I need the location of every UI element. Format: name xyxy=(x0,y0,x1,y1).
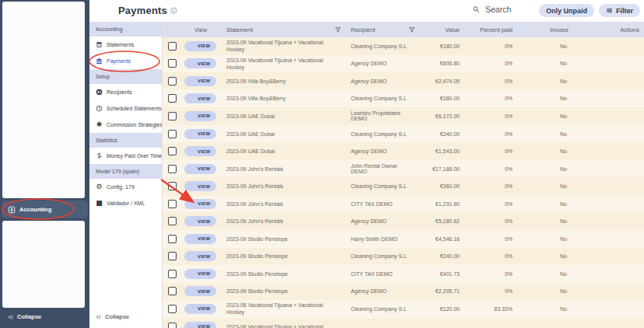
mark-paid-check-icon[interactable] xyxy=(601,200,610,208)
mark-paid-check-icon[interactable] xyxy=(601,130,610,138)
view-button[interactable]: VIEW xyxy=(184,199,216,209)
delete-trash-icon[interactable] xyxy=(631,77,639,85)
mark-paid-check-icon[interactable] xyxy=(601,252,610,260)
mark-paid-check-icon[interactable] xyxy=(601,305,610,313)
recipient-filter-funnel-icon[interactable] xyxy=(408,26,415,33)
view-button[interactable]: VIEW xyxy=(184,322,216,328)
row-checkbox[interactable] xyxy=(168,130,177,138)
row-checkbox[interactable] xyxy=(168,165,177,173)
nav-item-validador-xml[interactable]: ■ Validador / XML xyxy=(89,195,162,211)
view-button[interactable]: VIEW xyxy=(184,93,216,103)
delete-trash-icon[interactable] xyxy=(631,200,639,208)
download-cloud-icon[interactable] xyxy=(615,234,625,244)
mark-paid-check-icon[interactable] xyxy=(601,165,610,173)
delete-trash-icon[interactable] xyxy=(631,42,639,51)
view-button[interactable]: VIEW xyxy=(184,304,216,314)
row-checkbox[interactable] xyxy=(168,59,177,68)
mark-paid-check-icon[interactable] xyxy=(601,323,610,328)
row-checkbox[interactable] xyxy=(168,287,177,295)
statement-filter-funnel-icon[interactable] xyxy=(334,26,341,33)
download-cloud-icon[interactable] xyxy=(615,164,625,174)
nav-item-statements[interactable]: Statements xyxy=(89,37,162,53)
mark-paid-check-icon[interactable] xyxy=(601,42,610,51)
download-cloud-icon[interactable] xyxy=(615,129,625,139)
delete-trash-icon[interactable] xyxy=(631,147,639,155)
view-button[interactable]: VIEW xyxy=(184,111,216,121)
download-cloud-icon[interactable] xyxy=(615,199,625,209)
mark-paid-check-icon[interactable] xyxy=(601,94,610,103)
download-cloud-icon[interactable] xyxy=(615,304,625,314)
delete-trash-icon[interactable] xyxy=(631,59,639,68)
download-cloud-icon[interactable] xyxy=(615,146,625,156)
row-checkbox[interactable] xyxy=(168,42,177,51)
delete-trash-icon[interactable] xyxy=(631,94,639,103)
only-unpaid-button[interactable]: Only Unpaid xyxy=(539,4,594,17)
row-checkbox[interactable] xyxy=(168,77,177,85)
row-checkbox[interactable] xyxy=(168,235,177,243)
delete-trash-icon[interactable] xyxy=(631,217,639,225)
delete-trash-icon[interactable] xyxy=(631,182,639,190)
view-button[interactable]: VIEW xyxy=(184,58,216,68)
row-checkbox[interactable] xyxy=(168,323,177,328)
delete-trash-icon[interactable] xyxy=(631,165,639,173)
mark-paid-check-icon[interactable] xyxy=(601,77,610,85)
delete-trash-icon[interactable] xyxy=(631,270,639,278)
mark-paid-check-icon[interactable] xyxy=(601,147,610,155)
filter-button[interactable]: Filter xyxy=(599,4,640,17)
delete-trash-icon[interactable] xyxy=(631,252,639,260)
mark-paid-check-icon[interactable] xyxy=(601,287,610,295)
view-button[interactable]: VIEW xyxy=(184,164,216,174)
download-cloud-icon[interactable] xyxy=(615,286,625,296)
view-button[interactable]: VIEW xyxy=(184,129,216,139)
nav-item-payments[interactable]: Payments xyxy=(89,53,162,69)
download-cloud-icon[interactable] xyxy=(615,216,625,226)
mark-paid-check-icon[interactable] xyxy=(601,235,610,243)
delete-trash-icon[interactable] xyxy=(631,323,639,328)
delete-trash-icon[interactable] xyxy=(631,305,639,313)
row-checkbox[interactable] xyxy=(168,252,177,260)
mark-paid-check-icon[interactable] xyxy=(601,59,610,68)
download-cloud-icon[interactable] xyxy=(615,251,625,261)
nav-item-money-paid-over-time[interactable]: $ Money Paid Over Time xyxy=(89,148,162,164)
mark-paid-check-icon[interactable] xyxy=(601,217,610,225)
row-checkbox[interactable] xyxy=(168,94,177,103)
sidebar-item-accounting[interactable]: $ Accounting xyxy=(2,201,88,218)
delete-trash-icon[interactable] xyxy=(631,112,639,120)
mark-paid-check-icon[interactable] xyxy=(601,182,610,190)
download-cloud-icon[interactable] xyxy=(615,58,625,68)
view-button[interactable]: VIEW xyxy=(184,181,216,191)
download-cloud-icon[interactable] xyxy=(615,41,625,51)
view-button[interactable]: VIEW xyxy=(184,76,216,86)
view-button[interactable]: VIEW xyxy=(184,216,216,226)
download-cloud-icon[interactable] xyxy=(615,76,625,86)
row-checkbox[interactable] xyxy=(168,112,177,120)
row-checkbox[interactable] xyxy=(168,270,177,278)
delete-trash-icon[interactable] xyxy=(631,130,639,138)
nav-item-scheduled-statements[interactable]: Scheduled Statements xyxy=(89,100,162,117)
nav-item-recipients[interactable]: Recipients xyxy=(89,84,162,100)
row-checkbox[interactable] xyxy=(168,200,177,208)
delete-trash-icon[interactable] xyxy=(631,235,639,243)
row-checkbox[interactable] xyxy=(168,182,177,190)
view-button[interactable]: VIEW xyxy=(184,269,216,279)
view-button[interactable]: VIEW xyxy=(184,286,216,296)
row-checkbox[interactable] xyxy=(168,305,177,313)
nav-item-commission-strategies[interactable]: ✱ Commission Strategies xyxy=(89,117,162,133)
download-cloud-icon[interactable] xyxy=(615,322,625,328)
view-button[interactable]: VIEW xyxy=(184,251,216,261)
download-cloud-icon[interactable] xyxy=(615,111,625,121)
nav-item-config-179[interactable]: ⚙ Config. 179 xyxy=(89,179,162,195)
download-cloud-icon[interactable] xyxy=(615,93,625,103)
view-button[interactable]: VIEW xyxy=(184,234,216,244)
row-checkbox[interactable] xyxy=(168,147,177,155)
download-cloud-icon[interactable] xyxy=(615,181,625,191)
view-button[interactable]: VIEW xyxy=(184,41,216,51)
info-icon[interactable] xyxy=(170,7,177,14)
row-checkbox[interactable] xyxy=(168,217,177,225)
app-sidebar-collapse-button[interactable]: Collapse xyxy=(8,313,41,320)
module-nav-collapse-button[interactable]: Collapse xyxy=(96,313,129,320)
mark-paid-check-icon[interactable] xyxy=(601,112,610,120)
delete-trash-icon[interactable] xyxy=(631,287,639,295)
view-button[interactable]: VIEW xyxy=(184,146,216,156)
download-cloud-icon[interactable] xyxy=(615,269,625,279)
